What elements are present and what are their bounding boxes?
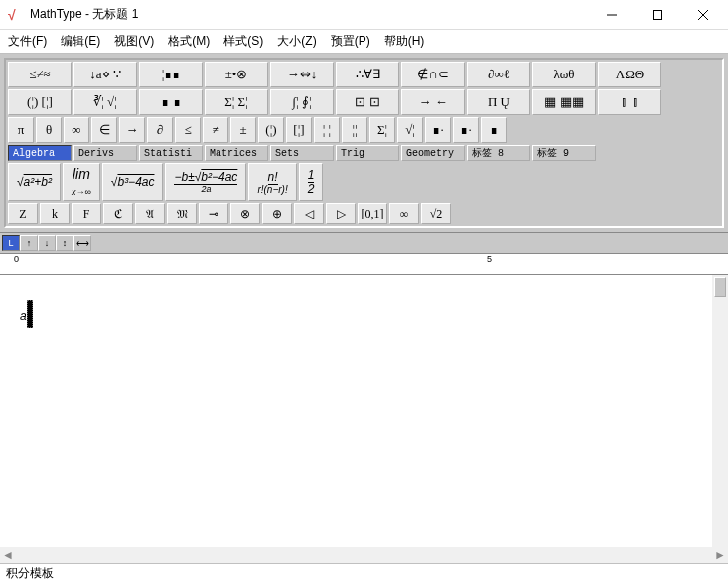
small-symbol-11[interactable]: [0,1] [358,203,387,224]
symbol-palette-9[interactable]: ΛΩΘ [598,62,661,87]
mini-tool-3[interactable]: ↕ [56,235,73,251]
titlebar: √ MathType - 无标题 1 [0,0,728,30]
template-palette-5[interactable]: ⊡ ⊡ [336,89,399,115]
quick-symbol-4[interactable]: → [119,117,145,143]
expression-button-2[interactable]: √b³−4ac [102,163,164,201]
symbol-palette-4[interactable]: →⇔↓ [270,62,334,87]
template-palette-9[interactable]: ⫿ ⫿ [598,89,661,115]
symbol-palette-2[interactable]: ¦∎∎ [139,62,203,87]
template-palette-1[interactable]: ∛¦ √¦ [73,89,137,115]
quick-symbol-6[interactable]: ≤ [175,117,201,143]
menu-file[interactable]: 文件(F) [8,33,47,50]
tab-algebra[interactable]: Algebra [8,145,72,161]
quick-symbol-2[interactable]: ∞ [64,117,89,143]
menu-size[interactable]: 大小(Z) [277,33,316,50]
small-symbol-8[interactable]: ⊕ [262,203,292,224]
expression-button-5[interactable]: 12 [299,163,324,201]
tab-matrices[interactable]: Matrices [205,145,268,161]
small-symbol-9[interactable]: ◁ [294,203,324,224]
small-symbol-13[interactable]: √2 [421,203,451,224]
quick-symbol-10[interactable]: [¦] [286,117,312,143]
quick-symbol-1[interactable]: θ [36,117,62,143]
template-palette-3[interactable]: Σ¦ Σ¦ [205,89,268,115]
tab-statisti[interactable]: Statisti [139,145,203,161]
window-controls [589,0,726,30]
editor-content[interactable]: a [0,275,728,348]
small-symbol-7[interactable]: ⊗ [230,203,260,224]
quick-symbol-11[interactable]: ¦ ¦ [314,117,340,143]
expression-button-3[interactable]: −b±√b²−4ac2a [165,163,246,201]
menu-format[interactable]: 格式(M) [168,33,210,50]
quick-symbol-12[interactable]: ¦¦ [342,117,367,143]
template-palette-0[interactable]: (¦) [¦] [8,89,72,115]
mini-tool-1[interactable]: ↑ [20,235,38,251]
template-palette-6[interactable]: → ← [401,89,465,115]
vertical-scrollbar[interactable] [712,275,728,547]
expression-button-1[interactable]: limx→∞ [63,163,100,201]
text-cursor [27,300,33,328]
template-palette-2[interactable]: ∎ ∎ [139,89,203,115]
symbol-palette-3[interactable]: ±•⊗ [205,62,268,87]
menu-help[interactable]: 帮助(H) [384,33,425,50]
template-palette-7[interactable]: Π Ų [467,89,530,115]
scroll-right-icon[interactable]: ► [714,548,726,562]
mini-tool-0[interactable]: L [2,235,20,251]
symbol-palette-6[interactable]: ∉∩⊂ [401,62,465,87]
symbol-palette-8[interactable]: λωθ [532,62,596,87]
small-symbol-12[interactable]: ∞ [389,203,419,224]
small-symbol-0[interactable]: Z [8,203,38,224]
template-palette-4[interactable]: ∫¦ ∮¦ [270,89,334,115]
template-palette-8[interactable]: ▦ ▦▦ [532,89,596,115]
mini-tool-4[interactable]: ⟷ [73,235,91,251]
menu-edit[interactable]: 编辑(E) [61,33,100,50]
small-symbol-10[interactable]: ▷ [326,203,356,224]
horizontal-scrollbar[interactable]: ◄► [0,547,728,563]
ruler[interactable]: 0 5 [0,253,728,275]
symbol-palette-0[interactable]: ≤≠≈ [8,62,72,87]
quick-symbol-5[interactable]: ∂ [147,117,173,143]
mini-toolbar: L↑↓↕⟷ [0,233,728,253]
small-symbol-2[interactable]: F [72,203,101,224]
symbol-palette-1[interactable]: ↓a⋄ ∵ [73,62,137,87]
expression-button-4[interactable]: n!r!(n−r)! [248,163,296,201]
quick-symbol-0[interactable]: π [8,117,34,143]
tab-标签 8[interactable]: 标签 8 [467,145,530,161]
ruler-mark-0: 0 [14,254,19,264]
quick-symbol-8[interactable]: ± [230,117,256,143]
mini-tool-2[interactable]: ↓ [38,235,56,251]
quick-symbol-14[interactable]: √¦ [397,117,423,143]
quick-symbol-9[interactable]: (¦) [258,117,284,143]
quick-symbol-16[interactable]: ∎∙ [453,117,479,143]
editor-text: a [20,309,27,323]
tab-derivs[interactable]: Derivs [73,145,137,161]
small-symbol-6[interactable]: ⊸ [199,203,228,224]
scroll-left-icon[interactable]: ◄ [2,548,14,562]
category-tabs: AlgebraDerivsStatistiMatricesSetsTrigGeo… [8,145,720,161]
small-symbol-1[interactable]: k [40,203,70,224]
expression-row: √a²+b²limx→∞√b³−4ac−b±√b²−4ac2an!r!(n−r)… [8,163,720,201]
quick-symbol-3[interactable]: ∈ [91,117,117,143]
menu-bar: 文件(F) 编辑(E) 视图(V) 格式(M) 样式(S) 大小(Z) 预置(P… [0,30,728,54]
menu-style[interactable]: 样式(S) [223,33,263,50]
tab-geometry[interactable]: Geometry [401,145,465,161]
expression-button-0[interactable]: √a²+b² [8,163,61,201]
symbol-palette-5[interactable]: ∴∀∃ [336,62,399,87]
menu-preset[interactable]: 预置(P) [331,33,370,50]
symbol-palette-7[interactable]: ∂∞ℓ [467,62,530,87]
quick-symbol-13[interactable]: Σ¦ [369,117,395,143]
small-symbol-3[interactable]: ℭ [103,203,133,224]
equation-editor[interactable]: a [0,275,728,547]
scroll-thumb[interactable] [714,277,726,297]
small-symbol-4[interactable]: 𝔄 [135,203,165,224]
tab-标签 9[interactable]: 标签 9 [532,145,596,161]
quick-symbol-7[interactable]: ≠ [203,117,228,143]
small-symbol-5[interactable]: 𝔐 [167,203,197,224]
maximize-button[interactable] [635,0,680,30]
menu-view[interactable]: 视图(V) [114,33,154,50]
tab-trig[interactable]: Trig [336,145,399,161]
minimize-button[interactable] [589,0,635,30]
close-button[interactable] [680,0,726,30]
tab-sets[interactable]: Sets [270,145,334,161]
quick-symbol-15[interactable]: ∎∙ [425,117,451,143]
quick-symbol-17[interactable]: ∎ [481,117,507,143]
